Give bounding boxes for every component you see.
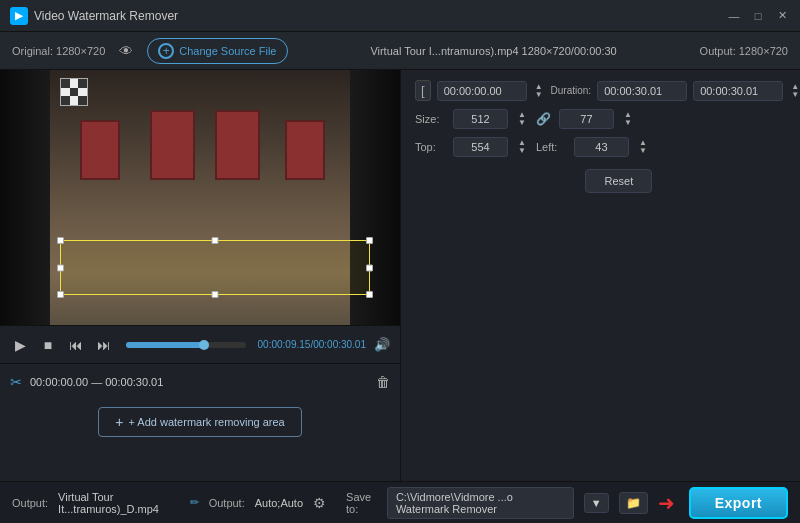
maximize-button[interactable]: □ [750,8,766,24]
output-value-2: Auto;Auto [255,497,303,509]
sel-handle-tr[interactable] [366,237,373,244]
file-info: Virtual Tour I...ntramuros).mp4 1280×720… [302,45,686,57]
output-label-1: Output: [12,497,48,509]
height-field[interactable] [559,109,614,129]
red-window-3 [215,110,260,180]
add-watermark-row: + + Add watermark removing area [0,399,400,445]
size-label: Size: [415,113,445,125]
reset-button[interactable]: Reset [585,169,652,193]
left-panel: ▶ ■ ⏮ ⏭ 00:00:09.15/00:00:30.01 🔊 ✂ 00:0… [0,70,400,481]
red-window-1 [80,120,120,180]
bracket-left-button[interactable]: [ [415,80,431,101]
edit-output-button[interactable]: ✏ [190,496,199,509]
output-label-2: Output: [209,497,245,509]
window-controls: — □ ✕ [726,8,790,24]
start-time-field[interactable] [437,81,527,101]
sel-handle-ml[interactable] [57,264,64,271]
eye-button[interactable]: 👁 [119,43,133,59]
clip-time: 00:00:00.00 — 00:00:30.01 [30,376,368,388]
play-button[interactable]: ▶ [10,337,30,353]
left-spinner: ▲ ▼ [637,139,649,155]
main-area: ▶ ■ ⏮ ⏭ 00:00:09.15/00:00:30.01 🔊 ✂ 00:0… [0,70,800,481]
top-down[interactable]: ▼ [516,147,528,155]
title-bar: ▶ Video Watermark Remover — □ ✕ [0,0,800,32]
width-field[interactable] [453,109,508,129]
add-watermark-button[interactable]: + + Add watermark removing area [98,407,301,437]
top-spinner: ▲ ▼ [516,139,528,155]
prev-frame-button[interactable]: ⏮ [66,337,86,353]
top-label: Top: [415,141,445,153]
timeline-thumb[interactable] [199,340,209,350]
plus-circle-icon: + [158,43,174,59]
browse-folder-button[interactable]: 📁 [619,492,648,514]
top-bar: Original: 1280×720 👁 + Change Source Fil… [0,32,800,70]
timeline-progress [126,342,204,348]
start-time-down[interactable]: ▼ [533,91,545,99]
sel-handle-br[interactable] [366,291,373,298]
next-frame-button[interactable]: ⏭ [94,337,114,353]
export-button[interactable]: Export [689,487,788,519]
sel-handle-bm[interactable] [212,291,219,298]
clip-row: ✂ 00:00:00.00 — 00:00:30.01 🗑 [0,363,400,399]
clip-icon: ✂ [10,374,22,390]
width-spinner: ▲ ▼ [516,111,528,127]
left-field[interactable] [574,137,629,157]
settings-button[interactable]: ⚙ [313,495,326,511]
original-label: Original: 1280×720 [12,45,105,57]
right-panel: [ ▲ ▼ Duration: ▲ ▼ ] Size: ▲ ▼ 🔗 [400,70,800,481]
save-path: C:\Vidmore\Vidmore ...o Watermark Remove… [387,487,574,519]
video-canvas [0,70,400,325]
playback-controls: ▶ ■ ⏮ ⏭ 00:00:09.15/00:00:30.01 🔊 [0,325,400,363]
position-row: Top: ▲ ▼ Left: ▲ ▼ [415,137,800,157]
gate-left [0,70,50,325]
left-label: Left: [536,141,566,153]
height-spinner: ▲ ▼ [622,111,634,127]
duration-field[interactable] [597,81,687,101]
sel-handle-tl[interactable] [57,237,64,244]
stop-button[interactable]: ■ [38,337,58,353]
sel-handle-bl[interactable] [57,291,64,298]
sel-handle-tm[interactable] [212,237,219,244]
change-source-button[interactable]: + Change Source File [147,38,287,64]
output-info: Output: 1280×720 [700,45,788,57]
timeline-bar[interactable] [126,342,246,348]
output-value-1: Virtual Tour It...tramuros)_D.mp4 [58,491,180,515]
qr-overlay [60,78,88,106]
duration-label: Duration: [551,85,592,96]
change-source-label: Change Source File [179,45,276,57]
red-window-4 [285,120,325,180]
add-watermark-plus-icon: + [115,414,123,430]
reset-row: Reset [415,165,800,193]
start-time-spinner: ▲ ▼ [533,83,545,99]
red-window-2 [150,110,195,180]
end-time-spinner: ▲ ▼ [789,83,800,99]
app-icon: ▶ [10,7,28,25]
close-button[interactable]: ✕ [774,8,790,24]
volume-icon[interactable]: 🔊 [374,337,390,352]
time-display: 00:00:09.15/00:00:30.01 [258,339,366,350]
add-watermark-label: + Add watermark removing area [128,416,284,428]
end-time-field[interactable] [693,81,783,101]
save-label: Save to: [346,491,377,515]
sel-handle-mr[interactable] [366,264,373,271]
end-time-down[interactable]: ▼ [789,91,800,99]
size-row: Size: ▲ ▼ 🔗 ▲ ▼ [415,109,800,129]
top-field[interactable] [453,137,508,157]
app-title: Video Watermark Remover [34,9,726,23]
left-down[interactable]: ▼ [637,147,649,155]
time-controls-row: [ ▲ ▼ Duration: ▲ ▼ ] [415,80,800,101]
height-down[interactable]: ▼ [622,119,634,127]
arrow-indicator: ➜ [658,491,675,515]
width-down[interactable]: ▼ [516,119,528,127]
bottom-bar: Output: Virtual Tour It...tramuros)_D.mp… [0,481,800,523]
save-dropdown-button[interactable]: ▼ [584,493,609,513]
link-icon[interactable]: 🔗 [536,112,551,126]
minimize-button[interactable]: — [726,8,742,24]
delete-clip-button[interactable]: 🗑 [376,374,390,390]
selection-box[interactable] [60,240,370,295]
